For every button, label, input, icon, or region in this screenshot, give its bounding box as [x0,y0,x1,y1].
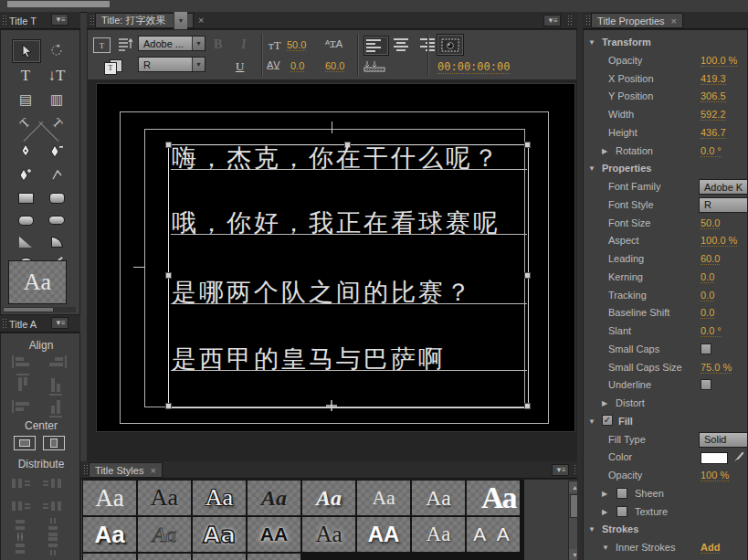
bold-button[interactable]: B [214,37,222,52]
rectangle-tool[interactable] [12,187,39,209]
font-style-dropdown[interactable]: R [699,197,748,213]
clipped-corner-rectangle-tool[interactable] [12,209,39,231]
vertical-type-tool[interactable]: ↓T [43,65,70,87]
roll-crawl-options-button[interactable] [117,36,133,52]
selection-handle-tl[interactable] [165,142,172,148]
prop-rotation-value[interactable]: 0.0 ° [701,145,722,157]
path-type-tool[interactable]: T [8,106,44,142]
center-horizontal-button[interactable] [14,436,36,450]
style-swatch[interactable]: Aa [412,517,465,552]
fill-checkbox[interactable]: ✓ [602,415,613,426]
selection-handle-bc[interactable] [325,399,338,412]
tab-close-icon[interactable]: × [198,16,204,25]
pen-tool[interactable] [12,140,39,162]
style-swatch[interactable]: Aa [138,517,191,552]
style-swatch[interactable]: AA [248,517,300,552]
prop-fill-opacity-value[interactable]: 100 % [701,470,729,481]
vertical-path-type-tool[interactable]: T [39,106,75,142]
selection-handle-ml[interactable] [165,272,172,279]
twirl-open-icon[interactable]: ▼ [588,38,595,47]
style-swatch[interactable]: Aa [248,481,300,515]
style-swatch[interactable]: Aa [193,481,246,515]
twirl-open-icon[interactable]: ▼ [602,544,609,552]
distribute-vspace-button[interactable] [47,535,58,555]
canvas-text-line-2[interactable]: 哦，你好，我正在看球赛呢 [172,206,500,239]
font-family-dropdown[interactable]: Adobe ... ▼ [138,36,205,51]
selection-handle-mr[interactable] [524,272,531,279]
prop-y-position-value[interactable]: 306.5 [701,90,726,102]
round-rectangle-tool[interactable] [43,209,70,231]
kerning-value[interactable]: 0.0 [290,60,304,72]
selection-handle-bl[interactable] [165,403,172,409]
prop-small-caps-size-value[interactable]: 75.0 % [701,362,732,374]
tab-stops-button[interactable] [363,59,387,72]
style-swatch[interactable]: Aa [83,517,136,552]
sheen-checkbox[interactable] [616,488,627,499]
add-anchor-point-tool[interactable] [12,164,39,185]
align-center-text-button[interactable] [389,36,413,54]
tab-title-tools[interactable]: Title T [9,16,37,26]
style-swatch[interactable] [83,554,136,560]
new-title-button[interactable]: T [93,37,111,53]
tab-close-icon[interactable]: × [150,466,155,475]
align-hcenter-button[interactable] [49,396,62,417]
tab-dropdown-icon[interactable]: ▼ [174,12,188,29]
distribute-hcenter-button[interactable] [43,478,63,489]
tab-title-styles[interactable]: Title Styles × [89,462,163,478]
distribute-left-button[interactable] [10,478,30,489]
style-swatch[interactable]: Aa [467,481,520,515]
prop-opacity-value[interactable]: 100.0 % [701,55,737,67]
align-left-button[interactable] [12,355,34,368]
twirl-closed-icon[interactable]: ▶ [602,508,607,516]
eyedropper-icon[interactable] [732,450,744,465]
align-top-button[interactable] [16,374,29,396]
tab-close-icon[interactable]: × [671,16,677,26]
canvas-text-line-1[interactable]: 嗨，杰克，你在干什么呢？ [172,142,500,174]
canvas-text-line-3[interactable]: 是哪两个队之间的比赛？ [172,276,473,309]
timecode-value[interactable]: 00:00:00:00 [437,60,510,74]
texture-checkbox[interactable] [616,506,627,517]
font-family-dropdown[interactable]: Adobe K [699,179,748,195]
prop-font-size-value[interactable]: 50.0 [701,217,720,229]
show-background-video-button[interactable] [437,34,464,56]
twirl-closed-icon[interactable]: ▶ [602,399,607,407]
style-swatch[interactable] [193,554,246,560]
fill-color-swatch[interactable] [701,452,728,464]
distribute-bottom-button[interactable] [15,535,26,555]
templates-button[interactable]: T [104,59,122,74]
small-caps-checkbox[interactable] [701,343,711,354]
style-swatch[interactable]: Aa [357,481,410,515]
tab-title-properties[interactable]: Title Properties × [591,13,683,28]
leading-value[interactable]: 60.0 [325,60,344,72]
prop-x-position-value[interactable]: 419.3 [701,73,726,85]
style-swatch[interactable]: Aa [83,481,136,515]
style-preview-swatch[interactable]: Aa [8,260,67,304]
distribute-hspace-button[interactable] [43,501,63,512]
tab-title-actions[interactable]: Title A [9,319,37,330]
twirl-open-icon[interactable]: ▼ [588,525,595,534]
panel-menu-icon[interactable]: ▼≡ [51,14,68,26]
style-swatch[interactable] [138,554,191,560]
align-vcenter-button[interactable] [49,374,62,396]
style-swatch[interactable]: Aa [138,481,191,515]
underline-checkbox[interactable] [701,379,711,390]
style-swatch[interactable]: Aa [412,481,465,515]
align-right-button[interactable] [45,355,67,368]
twirl-open-icon[interactable]: ▼ [588,417,595,426]
prop-width-value[interactable]: 592.2 [701,109,726,121]
tab-title-designer[interactable]: Title: 打字效果 ▼ [95,13,194,28]
twirl-closed-icon[interactable]: ▶ [602,147,607,155]
font-size-value[interactable]: 50.0 [287,39,306,51]
fill-type-dropdown[interactable]: Solid [699,432,748,448]
convert-anchor-point-tool[interactable] [43,164,70,185]
arc-tool[interactable] [43,231,70,253]
prop-leading-value[interactable]: 60.0 [701,253,720,265]
align-left-text-button[interactable] [363,36,389,56]
canvas-text-line-4[interactable]: 是西甲的皇马与巴萨啊 [172,343,446,375]
prop-height-value[interactable]: 436.7 [701,127,726,139]
prop-tracking-value[interactable]: 0.0 [701,290,714,301]
style-swatch[interactable]: Aa [302,517,355,552]
underline-button[interactable]: U [236,59,244,74]
prop-aspect-value[interactable]: 100.0 % [701,235,737,247]
twirl-open-icon[interactable]: ▼ [588,164,595,173]
